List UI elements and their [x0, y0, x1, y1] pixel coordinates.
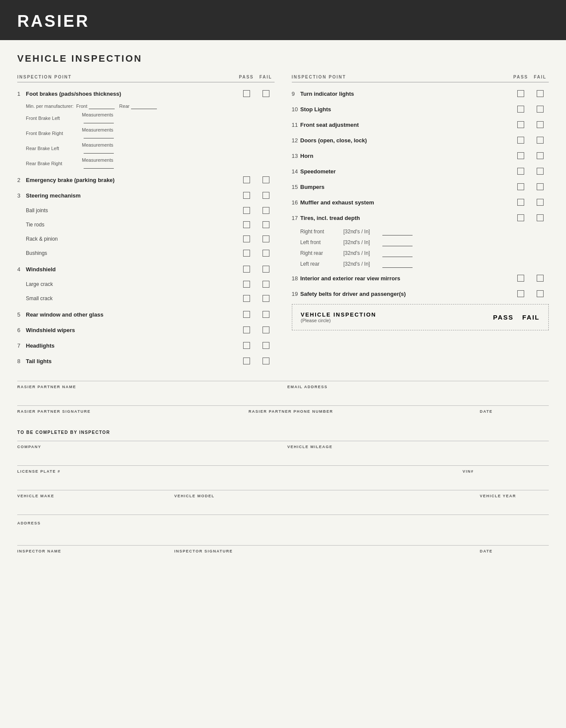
address-label: ADDRESS: [17, 521, 41, 525]
item-7-fail-checkbox[interactable]: [263, 342, 269, 349]
item-9-number: 9: [292, 91, 300, 97]
item-3-tie-rods-fail[interactable]: [263, 221, 269, 228]
item-11-fail-checkbox[interactable]: [537, 121, 544, 128]
item-3-bushings-fail[interactable]: [263, 250, 269, 257]
item-18-label: Interior and exterior rear view mirrors: [300, 275, 510, 282]
item-2-number: 2: [17, 177, 26, 183]
item-2-pass-checkbox[interactable]: [243, 176, 250, 183]
mileage-field: VEHICLE MILEAGE: [288, 445, 549, 457]
item-4-pass-checkbox[interactable]: [243, 266, 250, 273]
item-3-number: 3: [17, 192, 26, 199]
email-field: EMAIL ADDRESS: [288, 385, 549, 397]
item-3-fail-checkbox[interactable]: [263, 192, 269, 199]
item-8-fail-checkbox[interactable]: [263, 358, 269, 364]
model-label: VEHICLE MODEL: [174, 494, 471, 498]
item-3-bushings-pass[interactable]: [243, 250, 250, 257]
company-label: COMPANY: [17, 445, 279, 449]
item-13-pass-checkbox[interactable]: [517, 152, 524, 159]
item-15: 15 Bumpers: [292, 181, 549, 193]
item-7-pass-checkbox[interactable]: [243, 342, 250, 349]
item-16-pass-checkbox[interactable]: [517, 199, 524, 206]
item-4-fail-checkbox[interactable]: [263, 266, 269, 273]
summary-pass-label: PASS: [493, 314, 514, 321]
section-title: VEHICLE INSPECTION: [17, 53, 549, 64]
form-section: RASIER PARTNER NAME EMAIL ADDRESS RASIER…: [17, 381, 549, 561]
form-row-5: VEHICLE MAKE VEHICLE MODEL VEHICLE YEAR: [17, 490, 549, 506]
left-col-header-label: INSPECTION POINT: [17, 75, 236, 79]
item-17-pass-checkbox[interactable]: [517, 214, 524, 221]
item-10-fail-checkbox[interactable]: [537, 106, 544, 113]
tire-rf: Right front [32nd's / In]: [300, 227, 549, 235]
to-be-completed: TO BE COMPLETED BY INSPECTOR: [17, 430, 549, 435]
left-column: INSPECTION POINT PASS FAIL 1 Foot brakes…: [17, 75, 275, 370]
date-label-1: DATE: [480, 409, 549, 414]
item-14-pass-checkbox[interactable]: [517, 168, 524, 175]
item-5-number: 5: [17, 311, 26, 318]
item-3-rack-pinion-pass[interactable]: [243, 235, 250, 242]
vin-field: VIN#: [463, 469, 549, 481]
item-19-fail-checkbox[interactable]: [537, 290, 544, 297]
item-14: 14 Speedometer: [292, 165, 549, 177]
item-3-ball-joints: Ball joints: [17, 205, 275, 216]
item-10-label: Stop Lights: [300, 106, 510, 113]
item-9-fail-checkbox[interactable]: [537, 90, 544, 97]
item-4-number: 4: [17, 266, 26, 273]
item-12-pass-checkbox[interactable]: [517, 137, 524, 144]
item-15-fail-checkbox[interactable]: [537, 183, 544, 190]
item-5-pass-checkbox[interactable]: [243, 311, 250, 318]
item-1-fail-checkbox[interactable]: [263, 90, 269, 97]
item-5-fail-checkbox[interactable]: [263, 311, 269, 318]
item-1-measurement-fr: Front Brake Right Measurements: [17, 127, 275, 139]
form-row-2: RASIER PARTNER SIGNATURE RASIER PARTNER …: [17, 405, 549, 421]
item-15-pass-checkbox[interactable]: [517, 183, 524, 190]
item-10-pass-checkbox[interactable]: [517, 106, 524, 113]
item-18: 18 Interior and exterior rear view mirro…: [292, 272, 549, 284]
form-row-address: ADDRESS: [17, 515, 549, 526]
summary-box: VEHICLE INSPECTION (Please circle) PASS …: [292, 304, 549, 330]
item-2-fail-checkbox[interactable]: [263, 176, 269, 183]
item-3-rack-pinion-fail[interactable]: [263, 235, 269, 242]
item-4-small-crack-fail[interactable]: [263, 295, 269, 302]
item-4-large-crack-pass[interactable]: [243, 281, 250, 288]
item-9-pass-checkbox[interactable]: [517, 90, 524, 97]
item-13-label: Horn: [300, 153, 510, 159]
item-19-pass-checkbox[interactable]: [517, 290, 524, 297]
item-6-fail-checkbox[interactable]: [263, 326, 269, 333]
item-3-tie-rods-pass[interactable]: [243, 221, 250, 228]
inspector-sig-field: INSPECTOR SIGNATURE: [174, 549, 471, 561]
item-19-number: 19: [292, 291, 300, 297]
item-11-pass-checkbox[interactable]: [517, 121, 524, 128]
item-8-pass-checkbox[interactable]: [243, 358, 250, 364]
item-16-fail-checkbox[interactable]: [537, 199, 544, 206]
item-12-number: 12: [292, 137, 300, 144]
item-6-pass-checkbox[interactable]: [243, 326, 250, 333]
item-17: 17 Tires, incl. tread depth: [292, 212, 549, 224]
item-4-large-crack-fail[interactable]: [263, 281, 269, 288]
item-14-fail-checkbox[interactable]: [537, 168, 544, 175]
vin-label: VIN#: [463, 469, 549, 474]
right-column: INSPECTION POINT PASS FAIL 9 Turn indica…: [292, 75, 549, 370]
header: RASIER: [0, 0, 566, 40]
right-col-header-label: INSPECTION POINT: [292, 75, 510, 79]
right-col-pass-header: PASS: [510, 75, 532, 79]
inspector-date-label: DATE: [480, 549, 549, 553]
item-3-ball-joints-fail[interactable]: [263, 207, 269, 214]
item-9: 9 Turn indicator lights: [292, 88, 549, 100]
date-field-1: DATE: [480, 409, 549, 421]
form-row-inspector: INSPECTOR NAME INSPECTOR SIGNATURE DATE: [17, 545, 549, 561]
item-1-pass-checkbox[interactable]: [243, 90, 250, 97]
item-12-fail-checkbox[interactable]: [537, 137, 544, 144]
summary-title: VEHICLE INSPECTION: [301, 311, 493, 318]
item-3-pass-checkbox[interactable]: [243, 192, 250, 199]
item-18-fail-checkbox[interactable]: [537, 275, 544, 282]
mileage-label: VEHICLE MILEAGE: [288, 445, 549, 449]
item-6-label: Windshield wipers: [26, 327, 236, 333]
item-1-measurement-rl: Rear Brake Left Measurements: [17, 142, 275, 154]
item-3-ball-joints-pass[interactable]: [243, 207, 250, 214]
item-18-pass-checkbox[interactable]: [517, 275, 524, 282]
item-4-small-crack-pass[interactable]: [243, 295, 250, 302]
item-17-fail-checkbox[interactable]: [537, 214, 544, 221]
item-3-tie-rods: Tie rods: [17, 219, 275, 230]
item-17-tires: Right front [32nd's / In] Left front [32…: [292, 227, 549, 268]
item-13-fail-checkbox[interactable]: [537, 152, 544, 159]
